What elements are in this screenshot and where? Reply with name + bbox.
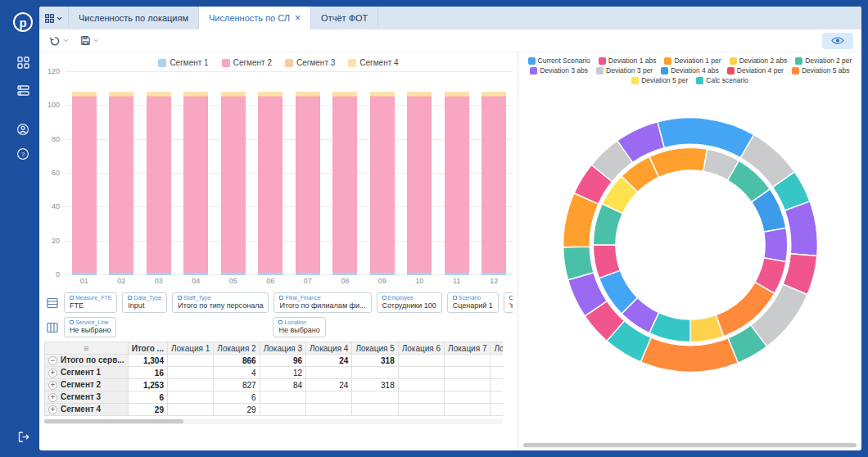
table-cell[interactable] [306,404,352,416]
table-cell[interactable]: 6 [214,391,260,404]
history-button[interactable] [49,35,69,47]
table-cell[interactable] [352,391,398,404]
models-database-icon[interactable] [12,79,34,101]
table-cell[interactable]: 318 [352,379,398,391]
column-header[interactable]: Итого ... [128,342,167,355]
table-cell[interactable] [167,355,213,367]
donut-legend-item[interactable]: Deviation 2 abs [730,57,788,65]
bar-legend-item[interactable]: Сегмент 1 [158,59,208,67]
table-cell[interactable] [445,367,491,379]
table-cell[interactable] [260,391,305,404]
inner-ring-segment[interactable] [649,147,707,177]
outer-ring-segment[interactable] [784,201,817,256]
table-cell[interactable] [398,355,444,367]
filter-chip[interactable]: Service_LineНе выбрано [64,317,116,337]
donut-legend-item[interactable]: Calc scenario [696,77,748,84]
table-cell[interactable]: 96 [260,355,305,367]
bar-legend-item[interactable]: Сегмент 2 [222,59,272,67]
expander-plus-icon[interactable]: + [48,405,57,414]
column-header[interactable]: Локация 8 [491,342,503,355]
column-header[interactable]: Локация 1 [167,342,213,355]
filter-chip[interactable]: Staff_TypeИтого по типу персонала [172,292,269,313]
table-cell[interactable] [491,367,503,379]
bar-column-05[interactable] [221,72,246,275]
column-header[interactable]: Локация 2 [214,342,260,355]
table-cell[interactable] [167,379,213,391]
bar-column-06[interactable] [258,72,283,275]
filter-chip[interactable]: EmployeeСотрудники 100 [377,292,442,313]
donut-legend-item[interactable]: Deviation 3 abs [530,67,588,75]
column-header[interactable]: Локация 5 [352,342,398,355]
scrollbar-thumb[interactable] [523,443,857,447]
donut-legend-item[interactable]: Deviation 3 per [596,67,653,75]
table-cell[interactable] [306,367,352,379]
table-cell[interactable]: 1,253 [128,379,167,391]
table-cell[interactable] [491,404,503,416]
donut-legend-item[interactable]: Current Scenario [528,57,590,65]
table-cell[interactable]: 1,304 [128,355,167,367]
tab-item[interactable]: Отчёт ФОТ [311,7,378,29]
table-cell[interactable]: 84 [260,379,305,391]
filter-chip[interactable]: Data_TypeInput [122,292,167,313]
row-header[interactable]: −Итого по серв... [45,355,129,367]
table-cell[interactable]: 16 [128,367,167,379]
table-cell[interactable] [398,404,444,416]
table-cell[interactable]: 866 [214,355,260,367]
rows-dimension-icon[interactable] [46,296,59,310]
modules-grid-icon[interactable] [12,52,34,73]
table-horizontal-scrollbar[interactable] [44,419,503,424]
table-cell[interactable]: 29 [214,404,260,416]
visibility-button[interactable] [822,33,853,49]
expander-plus-icon[interactable]: + [48,381,57,390]
row-header[interactable]: +Сегмент 1 [45,367,129,379]
filter-chip[interactable]: MonthYear [504,292,513,313]
table-cell[interactable] [445,404,491,416]
expander-plus-icon[interactable]: + [48,369,57,378]
table-cell[interactable] [352,404,398,416]
bar-column-07[interactable] [296,72,320,275]
table-cell[interactable] [167,367,213,379]
table-cell[interactable] [398,367,444,379]
inner-ring-segment[interactable] [763,228,787,261]
bar-column-02[interactable] [109,72,133,275]
bar-column-01[interactable] [72,72,97,275]
column-header[interactable]: Локация 3 [260,342,305,355]
table-cell[interactable] [491,391,503,404]
donut-legend-item[interactable]: Deviation 5 per [631,77,688,84]
bar-legend-item[interactable]: Сегмент 3 [285,59,335,67]
table-menu-button[interactable]: ≡ [45,342,129,355]
donut-legend-item[interactable]: Deviation 4 per [727,67,784,75]
table-cell[interactable]: 24 [306,379,352,391]
row-header[interactable]: +Сегмент 3 [45,391,129,404]
logout-icon[interactable] [12,426,34,447]
table-cell[interactable] [167,404,213,416]
column-header[interactable]: Локация 6 [398,342,444,355]
table-cell[interactable]: 24 [306,355,352,367]
table-cell[interactable] [398,391,444,404]
user-account-icon[interactable] [12,119,34,140]
table-cell[interactable] [445,355,491,367]
bar-column-12[interactable] [481,72,506,275]
table-cell[interactable]: 318 [352,355,398,367]
bar-legend-item[interactable]: Сегмент 4 [348,59,398,67]
table-cell[interactable] [491,355,503,367]
donut-legend-item[interactable]: Deviation 4 abs [661,67,719,75]
view-switcher-button[interactable] [39,7,69,29]
table-cell[interactable] [306,391,352,404]
column-header[interactable]: Локация 7 [445,342,491,355]
table-cell[interactable] [445,391,491,404]
close-tab-icon[interactable]: × [295,13,301,23]
donut-legend-item[interactable]: Deviation 1 per [664,57,721,65]
table-cell[interactable] [445,379,491,391]
donut-legend-item[interactable]: Deviation 5 abs [792,67,850,75]
tab-item[interactable]: Численность по локациям [69,7,199,29]
bar-column-03[interactable] [147,72,171,275]
table-cell[interactable] [491,379,503,391]
table-cell[interactable] [352,367,398,379]
panel-horizontal-scrollbar[interactable] [523,442,857,448]
donut-legend-item[interactable]: Deviation 1 abs [599,57,657,65]
column-header[interactable]: Локация 4 [306,342,352,355]
row-header[interactable]: +Сегмент 4 [45,404,129,416]
table-cell[interactable]: 6 [128,391,167,404]
bar-column-04[interactable] [183,72,208,275]
